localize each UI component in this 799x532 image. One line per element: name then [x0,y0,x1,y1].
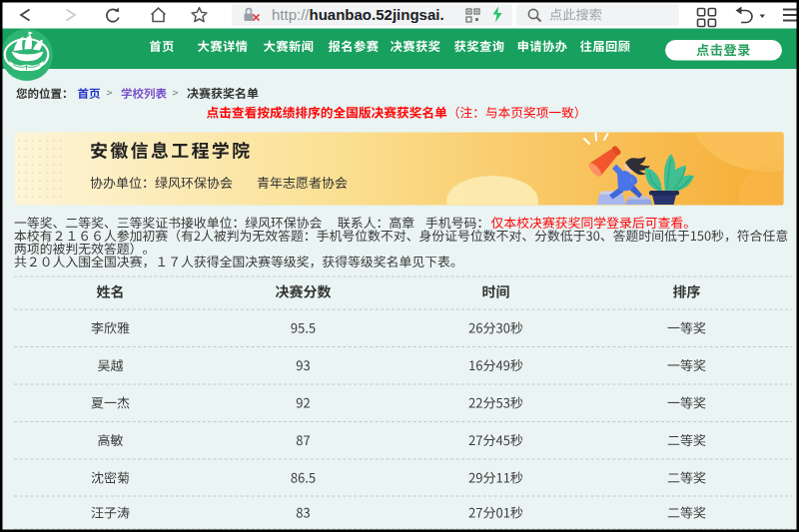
svg-text:http://huanbao.52jingsai.: http://huanbao.52jingsai. [272,6,444,23]
